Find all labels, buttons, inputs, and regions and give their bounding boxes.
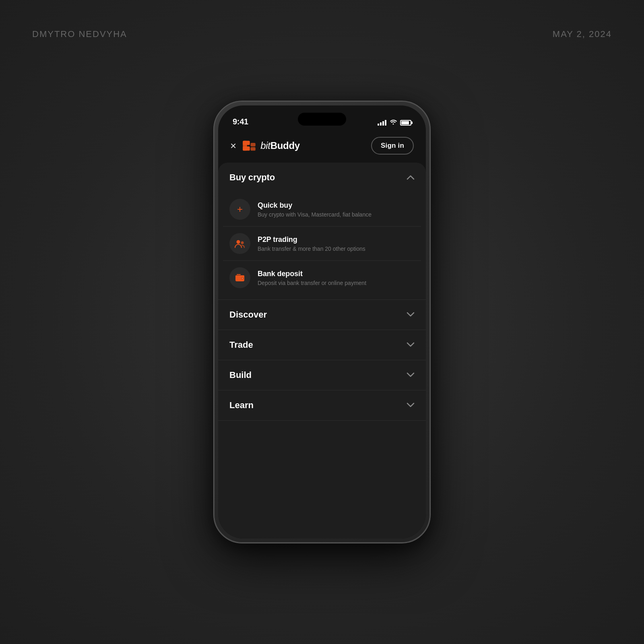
bank-deposit-subtitle: Deposit via bank transfer or online paym… — [258, 280, 415, 286]
bank-deposit-text: Bank deposit Deposit via bank transfer o… — [258, 270, 415, 286]
volume-down-button — [213, 240, 214, 268]
logo-text: bitBuddy — [260, 140, 300, 151]
p2p-trading-item[interactable]: P2P trading Bank transfer & more than 20… — [223, 227, 421, 261]
volume-up-button — [213, 206, 214, 234]
wallet-icon — [235, 273, 245, 282]
p2p-title: P2P trading — [258, 235, 415, 244]
buy-crypto-section: Buy crypto + — [218, 163, 426, 300]
svg-rect-3 — [251, 143, 256, 147]
phone-shell: 9:41 — [213, 101, 431, 543]
svg-rect-4 — [251, 147, 256, 151]
author-watermark: DMYTRO NEDVYHA — [32, 29, 127, 39]
logo-area: bitBuddy — [242, 140, 300, 151]
p2p-icon — [235, 239, 245, 248]
quick-buy-text: Quick buy Buy crypto with Visa, Masterca… — [258, 201, 415, 218]
status-time: 9:41 — [233, 117, 248, 126]
discover-chevron-icon — [407, 311, 415, 318]
trade-title: Trade — [229, 340, 253, 350]
signal-icon — [378, 120, 386, 126]
app-header: × bitBuddy — [218, 134, 426, 163]
plus-icon: + — [237, 204, 243, 215]
header-left: × bitBuddy — [230, 140, 300, 151]
svg-point-6 — [241, 242, 244, 244]
trade-section[interactable]: Trade — [218, 330, 426, 360]
learn-title: Learn — [229, 400, 254, 411]
menu-container[interactable]: Buy crypto + — [218, 163, 426, 539]
p2p-text: P2P trading Bank transfer & more than 20… — [258, 235, 415, 252]
mute-button — [213, 182, 214, 198]
chevron-up-icon — [407, 173, 415, 182]
trade-chevron-icon — [407, 341, 415, 349]
bank-deposit-title: Bank deposit — [258, 270, 415, 278]
phone-mockup: 9:41 — [213, 101, 431, 543]
sign-in-button[interactable]: Sign in — [371, 137, 414, 155]
p2p-subtitle: Bank transfer & more than 20 other optio… — [258, 246, 415, 252]
power-button — [430, 214, 431, 254]
svg-point-10 — [242, 278, 243, 279]
discover-section[interactable]: Discover — [218, 300, 426, 330]
wifi-icon — [390, 119, 397, 126]
bank-deposit-item[interactable]: Bank deposit Deposit via bank transfer o… — [223, 261, 421, 295]
build-chevron-icon — [407, 372, 415, 379]
build-title: Build — [229, 370, 252, 380]
close-button[interactable]: × — [230, 140, 236, 151]
date-watermark: MAY 2, 2024 — [553, 29, 612, 39]
quick-buy-item[interactable]: + Quick buy Buy crypto with Visa, Master… — [223, 192, 421, 227]
battery-icon — [400, 120, 411, 126]
learn-section[interactable]: Learn — [218, 390, 426, 421]
svg-point-5 — [237, 240, 240, 244]
phone-screen: 9:41 — [218, 105, 426, 539]
svg-rect-2 — [243, 147, 250, 151]
build-section[interactable]: Build — [218, 360, 426, 390]
discover-title: Discover — [229, 310, 267, 320]
battery-fill — [401, 121, 409, 124]
quick-buy-title: Quick buy — [258, 201, 415, 210]
dynamic-island — [298, 113, 346, 126]
buy-crypto-header[interactable]: Buy crypto — [218, 163, 426, 192]
app-content: × bitBuddy — [218, 130, 426, 539]
buy-crypto-title: Buy crypto — [229, 172, 275, 183]
svg-rect-1 — [243, 141, 250, 145]
quick-buy-icon-wrap: + — [229, 199, 250, 220]
logo-icon — [242, 140, 256, 151]
bank-icon-wrap — [229, 267, 250, 288]
buy-crypto-items: + Quick buy Buy crypto with Visa, Master… — [218, 192, 426, 299]
learn-chevron-icon — [407, 402, 415, 409]
p2p-icon-wrap — [229, 233, 250, 254]
status-icons — [378, 119, 411, 126]
quick-buy-subtitle: Buy crypto with Visa, Mastercard, fiat b… — [258, 211, 415, 218]
